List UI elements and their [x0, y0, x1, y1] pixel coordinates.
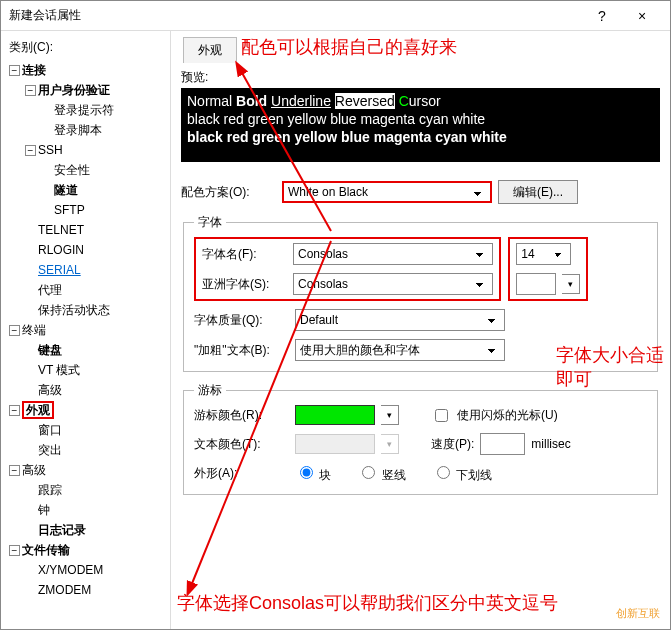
tree-item[interactable]: −高级: [5, 460, 166, 480]
edit-scheme-button[interactable]: 编辑(E)...: [498, 180, 578, 204]
cursor-color-label: 游标颜色(R):: [194, 407, 289, 424]
use-blink-checkbox[interactable]: [435, 409, 448, 422]
dialog-window: 新建会话属性 ? × 类别(C): −连接−用户身份验证登录提示符登录脚本−SS…: [0, 0, 671, 630]
font-quality-select[interactable]: Default: [295, 309, 505, 331]
bold-text-select[interactable]: 使用大胆的颜色和字体: [295, 339, 505, 361]
font-legend: 字体: [194, 214, 226, 231]
tree-item[interactable]: 高级: [5, 380, 166, 400]
shape-block-radio[interactable]: 块: [295, 463, 331, 484]
tree-item[interactable]: 窗口: [5, 420, 166, 440]
tree-item[interactable]: 登录提示符: [5, 100, 166, 120]
help-button[interactable]: ?: [582, 8, 622, 24]
cursor-color-swatch[interactable]: [295, 405, 375, 425]
watermark: 创新互联: [612, 604, 664, 623]
scheme-label: 配色方案(O):: [181, 184, 276, 201]
chevron-down-icon[interactable]: ▾: [562, 274, 580, 294]
font-name-select[interactable]: Consolas: [293, 243, 493, 265]
shape-under-radio[interactable]: 下划线: [432, 463, 492, 484]
annotation-3: 字体选择Consolas可以帮助我们区分中英文逗号: [177, 591, 558, 615]
category-label: 类别(C):: [1, 35, 170, 60]
tree-item[interactable]: −外观: [5, 400, 166, 420]
speed-input[interactable]: [480, 433, 525, 455]
tree-item[interactable]: X/YMODEM: [5, 560, 166, 580]
use-blink-label: 使用闪烁的光标(U): [457, 407, 558, 424]
tree-item[interactable]: 突出: [5, 440, 166, 460]
text-color-label: 文本颜色(T):: [194, 436, 289, 453]
speed-unit: millisec: [531, 437, 570, 451]
close-button[interactable]: ×: [622, 8, 662, 24]
window-title: 新建会话属性: [9, 7, 582, 24]
tree-item[interactable]: 钟: [5, 500, 166, 520]
font-fieldset: 字体 字体名(F): Consolas 亚洲字体(S): Consolas 14: [183, 214, 658, 372]
tree-item[interactable]: 代理: [5, 280, 166, 300]
cursor-legend: 游标: [194, 382, 226, 399]
main-panel: 外观 预览: Normal Bold Underline Reversed Cu…: [171, 31, 670, 629]
tree-item[interactable]: −连接: [5, 60, 166, 80]
tree-item[interactable]: −文件传输: [5, 540, 166, 560]
tree-item[interactable]: 键盘: [5, 340, 166, 360]
tab-appearance[interactable]: 外观: [183, 37, 237, 63]
tree-item[interactable]: 登录脚本: [5, 120, 166, 140]
tree-item[interactable]: 保持活动状态: [5, 300, 166, 320]
asian-font-select[interactable]: Consolas: [293, 273, 493, 295]
tree-item[interactable]: 日志记录: [5, 520, 166, 540]
tree-item[interactable]: 跟踪: [5, 480, 166, 500]
tree-item[interactable]: SERIAL: [5, 260, 166, 280]
cursor-shape-label: 外形(A):: [194, 465, 289, 482]
cursor-fieldset: 游标 游标颜色(R): ▾ 使用闪烁的光标(U) 文本颜色(T): ▾ 速度(P…: [183, 382, 658, 495]
text-color-swatch[interactable]: [295, 434, 375, 454]
chevron-down-icon[interactable]: ▾: [381, 405, 399, 425]
speed-label: 速度(P):: [431, 436, 474, 453]
bold-text-label: "加粗"文本(B):: [194, 342, 289, 359]
tree-item[interactable]: ZMODEM: [5, 580, 166, 600]
tree-item[interactable]: SFTP: [5, 200, 166, 220]
asian-font-label: 亚洲字体(S):: [202, 276, 287, 293]
tree-item[interactable]: 隧道: [5, 180, 166, 200]
color-scheme-select[interactable]: White on Black: [282, 181, 492, 203]
category-tree[interactable]: −连接−用户身份验证登录提示符登录脚本−SSH安全性隧道SFTPTELNETRL…: [1, 60, 170, 600]
preview-label: 预览:: [181, 69, 660, 86]
category-sidebar: 类别(C): −连接−用户身份验证登录提示符登录脚本−SSH安全性隧道SFTPT…: [1, 31, 171, 629]
asian-font-size-input[interactable]: [516, 273, 556, 295]
chevron-down-icon: ▾: [381, 434, 399, 454]
tree-item[interactable]: −用户身份验证: [5, 80, 166, 100]
tree-item[interactable]: RLOGIN: [5, 240, 166, 260]
tab-row: 外观: [181, 31, 660, 63]
tree-item[interactable]: −终端: [5, 320, 166, 340]
font-quality-label: 字体质量(Q):: [194, 312, 289, 329]
tree-item[interactable]: −SSH: [5, 140, 166, 160]
shape-vert-radio[interactable]: 竖线: [357, 463, 405, 484]
font-size-select[interactable]: 14: [516, 243, 571, 265]
preview-box: Normal Bold Underline Reversed Cursor bl…: [181, 88, 660, 162]
titlebar: 新建会话属性 ? ×: [1, 1, 670, 31]
tree-item[interactable]: 安全性: [5, 160, 166, 180]
tree-item[interactable]: VT 模式: [5, 360, 166, 380]
font-name-label: 字体名(F):: [202, 246, 287, 263]
tree-item[interactable]: TELNET: [5, 220, 166, 240]
